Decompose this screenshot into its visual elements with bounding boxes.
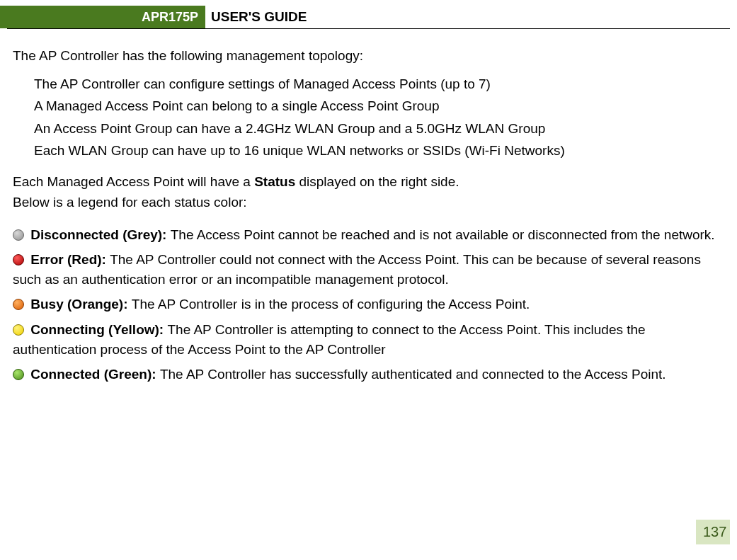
legend-item-error: Error (Red): The AP Controller could not… bbox=[13, 250, 724, 289]
status-word: Status bbox=[254, 174, 295, 189]
legend-item-connecting: Connecting (Yellow): The AP Controller i… bbox=[13, 320, 724, 359]
model-badge: APR175P bbox=[0, 6, 205, 28]
status-legend: Disconnected (Grey): The Access Point ca… bbox=[13, 225, 724, 384]
topology-item: Each WLAN Group can have up to 16 unique… bbox=[34, 141, 724, 161]
status-dot-grey-icon bbox=[13, 229, 24, 241]
legend-label: Connected (Green): bbox=[30, 367, 160, 382]
page-number: 137 bbox=[696, 520, 730, 544]
status-dot-green-icon bbox=[13, 369, 24, 380]
topology-list: The AP Controller can configure settings… bbox=[13, 74, 724, 161]
legend-item-disconnected: Disconnected (Grey): The Access Point ca… bbox=[13, 225, 724, 245]
header-rule bbox=[7, 28, 730, 29]
text: Each Managed Access Point will have a bbox=[13, 174, 254, 189]
header-inner: APR175P USER'S GUIDE bbox=[0, 6, 737, 28]
status-intro-line1: Each Managed Access Point will have a St… bbox=[13, 172, 724, 192]
legend-text: The AP Controller is in the process of c… bbox=[132, 297, 530, 312]
legend-item-busy: Busy (Orange): The AP Controller is in t… bbox=[13, 295, 724, 314]
text: displayed on the right side. bbox=[295, 174, 459, 189]
legend-label: Connecting (Yellow): bbox=[30, 322, 167, 337]
legend-text: The AP Controller could not connect with… bbox=[13, 252, 701, 287]
legend-item-connected: Connected (Green): The AP Controller has… bbox=[13, 365, 724, 384]
guide-title: USER'S GUIDE bbox=[205, 6, 307, 28]
legend-label: Error (Red): bbox=[30, 252, 110, 267]
status-dot-yellow-icon bbox=[13, 324, 24, 336]
status-dot-orange-icon bbox=[13, 299, 24, 310]
legend-text: The Access Point cannot be reached and i… bbox=[171, 227, 715, 242]
intro-paragraph: The AP Controller has the following mana… bbox=[13, 46, 724, 66]
page-header: APR175P USER'S GUIDE bbox=[0, 6, 737, 29]
status-intro-line2: Below is a legend for each status color: bbox=[13, 193, 724, 212]
legend-text: The AP Controller has successfully authe… bbox=[160, 367, 666, 382]
status-dot-red-icon bbox=[13, 254, 24, 265]
legend-label: Busy (Orange): bbox=[30, 297, 132, 312]
page-content: The AP Controller has the following mana… bbox=[0, 29, 737, 384]
legend-label: Disconnected (Grey): bbox=[30, 227, 170, 242]
topology-item: An Access Point Group can have a 2.4GHz … bbox=[34, 119, 724, 139]
model-text: APR175P bbox=[142, 10, 198, 25]
topology-item: The AP Controller can configure settings… bbox=[34, 74, 724, 94]
topology-item: A Managed Access Point can belong to a s… bbox=[34, 96, 724, 116]
